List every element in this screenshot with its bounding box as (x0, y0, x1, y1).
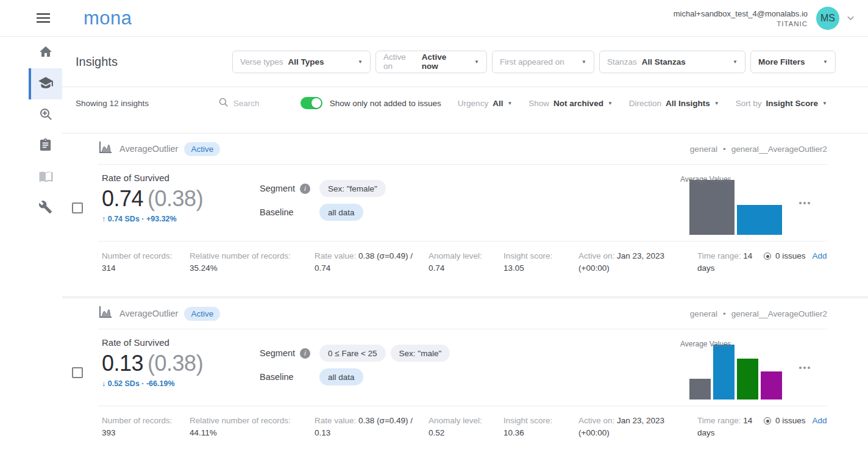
baseline-chips: all data (319, 368, 368, 385)
stat-item: Insight score: 10.36 (503, 415, 578, 439)
insight-card-header: AverageOutlier Active general • general_… (98, 134, 827, 165)
segment-block: Segment 0 ≤ Fare < 25Sex: "male" Baselin… (260, 329, 680, 406)
sidebar-item-home[interactable] (29, 37, 62, 68)
urgency-dropdown[interactable]: Urgency All ▼ (458, 99, 512, 108)
insight-card-body: Rate of Survived 0.74(0.38) ↑ 0.74 SDs ·… (72, 165, 827, 241)
active-on-filter[interactable]: Active on Active now ▼ (375, 51, 487, 73)
metric-value: 0.74 (102, 186, 143, 211)
hamburger-menu-icon[interactable] (37, 13, 50, 23)
dropdown-label: Urgency (458, 99, 488, 108)
showing-count: Showing 12 insights (76, 99, 149, 108)
breadcrumb: general • general__AverageOutlier2 (690, 309, 827, 318)
sidebar-item-library[interactable] (29, 162, 62, 193)
more-options-icon[interactable] (799, 367, 802, 369)
metric-value: 0.13 (102, 351, 143, 376)
sort-dropdown[interactable]: Sort by Insight Score ▼ (736, 99, 827, 108)
add-to-issue-link[interactable]: Add (813, 250, 827, 262)
stanzas-filter[interactable]: Stanzas All Stanzas ▼ (599, 51, 745, 73)
first-appeared-filter[interactable]: First appeared on ▼ (492, 51, 594, 73)
dropdown-label: Sort by (736, 99, 762, 108)
filter-group: Verse types All Types ▼ Active on Active… (232, 51, 836, 73)
breadcrumb-group[interactable]: general (690, 309, 717, 318)
breadcrumb-group[interactable]: general (690, 145, 717, 154)
show-dropdown[interactable]: Show Not archived ▼ (528, 99, 612, 108)
mini-bar-chart: Average Values (680, 329, 782, 406)
stat-item: Number of records: 314 (102, 250, 190, 274)
mona-logo: mona (84, 7, 132, 29)
breadcrumb-verse-id[interactable]: general__AverageOutlier2 (731, 145, 827, 154)
more-options-icon[interactable] (799, 202, 802, 204)
segment-label: Segment (260, 184, 300, 193)
not-added-toggle[interactable] (301, 97, 322, 109)
sidebar-item-investigate[interactable] (29, 99, 62, 131)
stat-item: Insight score: 13.05 (503, 250, 578, 274)
toggle-label: Show only not added to issues (330, 99, 441, 108)
issues-adjust-icon (764, 417, 771, 425)
dropdown-label: Direction (629, 99, 661, 108)
baseline-row: Baseline all data (260, 204, 680, 221)
top-header: mona michal+sandbox_test_4@monalabs.io T… (0, 0, 868, 37)
stat-item: Time range: 14 days (697, 250, 764, 274)
direction-dropdown[interactable]: Direction All Insights ▼ (629, 99, 719, 108)
issues-count: 0 issues (775, 250, 806, 262)
stat-item: Rate value: 0.38 (σ=0.49) / 0.13 (315, 415, 429, 439)
sidebar-item-settings[interactable] (29, 193, 62, 224)
issues-group: 0 issues Add (764, 250, 827, 262)
stats-row: Number of records: 314Relative number of… (72, 242, 827, 296)
mini-bar-chart: Average Values (680, 165, 782, 241)
insight-type: AverageOutlier (119, 144, 178, 154)
breadcrumb-separator: • (723, 309, 726, 318)
home-icon (38, 45, 53, 62)
search-input[interactable] (233, 99, 281, 108)
more-filters-button[interactable]: More Filters ▼ (750, 51, 836, 73)
stat-item: Anomaly level: 0.52 (429, 415, 503, 439)
chart-title: Average Values (680, 340, 731, 348)
insight-card: AverageOutlier Active general • general_… (62, 133, 868, 297)
info-icon[interactable] (300, 348, 310, 359)
select-insight-checkbox[interactable] (72, 367, 83, 378)
delta-text: ↑ 0.74 SDs · +93.32% (102, 215, 260, 223)
issues-adjust-icon (764, 253, 771, 260)
filter-chip[interactable]: all data (319, 368, 363, 385)
filter-chip[interactable]: all data (319, 204, 363, 221)
stats-row: Number of records: 393Relative number of… (72, 406, 827, 455)
app-window: mona michal+sandbox_test_4@monalabs.io T… (0, 0, 868, 455)
page-title: Insights (76, 55, 118, 69)
issues-group: 0 issues Add (764, 415, 827, 427)
select-insight-checkbox[interactable] (72, 202, 83, 213)
filter-label: Active on (383, 52, 417, 71)
filter-chip[interactable]: Sex: "female" (319, 180, 386, 197)
add-to-issue-link[interactable]: Add (813, 415, 827, 427)
baseline-chips: all data (319, 204, 368, 221)
baseline-value: (0.38) (148, 351, 203, 376)
verse-types-filter[interactable]: Verse types All Types ▼ (232, 51, 371, 73)
caret-down-icon: ▼ (823, 59, 828, 65)
chart-bar (689, 379, 711, 399)
sidebar-item-insights[interactable] (29, 68, 62, 99)
sidebar-nav (0, 37, 62, 455)
filter-label: Verse types (240, 57, 283, 66)
metric-name: Rate of Survived (102, 337, 260, 348)
baseline-label: Baseline (260, 207, 300, 217)
stat-item: Relative number of records: 35.24% (190, 250, 315, 274)
insight-card-body: Rate of Survived 0.13(0.38) ↓ 0.52 SDs ·… (72, 329, 827, 406)
dropdown-value: All Insights (666, 99, 710, 108)
caret-down-icon: ▼ (358, 59, 363, 65)
filter-chip[interactable]: 0 ≤ Fare < 25 (319, 345, 386, 362)
avatar[interactable]: MS (816, 7, 839, 30)
caret-down-icon: ▼ (714, 101, 719, 106)
filter-label: First appeared on (500, 57, 564, 66)
sidebar-item-reports[interactable] (29, 131, 62, 162)
stat-item: Anomaly level: 0.74 (429, 250, 503, 274)
filter-value: Active now (422, 52, 464, 71)
stat-item: Rate value: 0.38 (σ=0.49) / 0.74 (315, 250, 429, 274)
user-email: michal+sandbox_test_4@monalabs.io (674, 9, 808, 18)
chevron-down-icon[interactable] (845, 13, 856, 23)
filter-bar: Insights Verse types All Types ▼ Active … (62, 37, 868, 87)
info-icon[interactable] (300, 184, 310, 194)
breadcrumb-verse-id[interactable]: general__AverageOutlier2 (731, 309, 827, 318)
issues-count: 0 issues (775, 415, 806, 427)
filter-chip[interactable]: Sex: "male" (391, 345, 450, 362)
search-box[interactable] (218, 97, 281, 109)
caret-down-icon: ▼ (507, 101, 512, 106)
